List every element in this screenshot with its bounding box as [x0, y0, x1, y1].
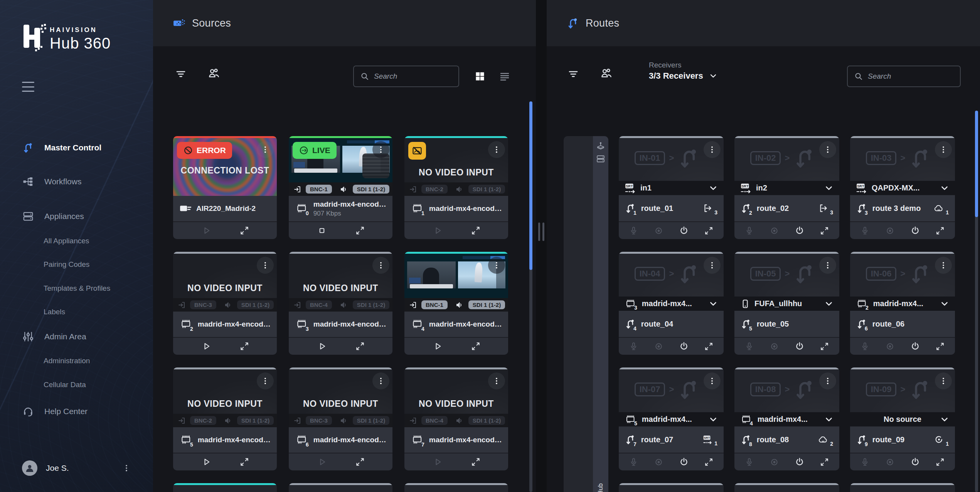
kebab-menu-icon[interactable] [372, 141, 389, 158]
play-button[interactable] [432, 225, 443, 236]
sources-scrollbar[interactable] [529, 101, 532, 492]
kebab-menu-icon[interactable] [257, 257, 274, 274]
play-button[interactable] [317, 457, 327, 467]
power-button[interactable] [910, 457, 920, 467]
expand-button[interactable] [820, 342, 829, 351]
mic-button[interactable] [860, 457, 870, 467]
server-icon[interactable] [593, 152, 608, 165]
power-button[interactable] [795, 457, 805, 467]
power-button[interactable] [910, 341, 920, 351]
source-card[interactable]: BNC-1 SDI 1 (1-2)4madrid-mx4-encode... [404, 252, 508, 355]
source-card[interactable]: NO VIDEO INPUT BNC-2 SDI 1 (1-2)1madrid-… [404, 136, 508, 239]
joystick-icon[interactable] [593, 139, 608, 152]
sources-search-input[interactable] [374, 72, 452, 81]
mic-button[interactable] [860, 342, 870, 351]
kebab-menu-icon[interactable] [704, 372, 721, 389]
power-button[interactable] [679, 341, 689, 351]
mic-button[interactable] [744, 342, 754, 351]
expand-button[interactable] [704, 226, 714, 236]
route-source-row[interactable]: 3madrid-mx4... [619, 297, 724, 311]
expand-button[interactable] [239, 341, 249, 351]
power-button[interactable] [795, 226, 805, 236]
route-card[interactable]: IN-06 > 2madrid-mx4... 6 route_06 [850, 252, 955, 355]
user-kebab-icon[interactable] [119, 460, 134, 476]
route-source-row[interactable]: SRTQAPDX-MX... [850, 181, 955, 195]
sidebar-item-workflows[interactable]: Workflows [0, 173, 153, 190]
expand-button[interactable] [935, 226, 945, 236]
expand-button[interactable] [239, 457, 249, 467]
mic-button[interactable] [629, 226, 638, 236]
expand-button[interactable] [355, 226, 365, 236]
source-card[interactable]: ERRORCONNECTION LOSTAIR220_Madrid-2 [173, 136, 277, 239]
kebab-menu-icon[interactable] [819, 141, 836, 158]
source-card[interactable]: NO VIDEO INPUT BNC-3 SDI 1 (1-2)2madrid-… [173, 252, 277, 355]
mic-button[interactable] [629, 457, 638, 467]
grid-view-icon[interactable] [472, 69, 488, 84]
kebab-menu-icon[interactable] [935, 372, 952, 389]
expand-button[interactable] [355, 457, 365, 467]
panel-resize-handle[interactable] [538, 222, 544, 241]
kebab-menu-icon[interactable] [257, 372, 274, 389]
kebab-menu-icon[interactable] [819, 257, 836, 274]
kebab-menu-icon[interactable] [372, 257, 389, 274]
kebab-menu-icon[interactable] [704, 141, 721, 158]
power-button[interactable] [795, 341, 805, 351]
sidebar-item-templates-profiles[interactable]: Templates & Profiles [0, 280, 153, 297]
sidebar-item-appliances[interactable]: Appliances [0, 207, 153, 225]
record-button[interactable] [885, 457, 895, 467]
record-button[interactable] [769, 226, 780, 236]
expand-button[interactable] [935, 342, 945, 351]
route-card-partial[interactable] [850, 483, 955, 492]
route-source-row[interactable]: SRTin2 [734, 181, 839, 195]
record-button[interactable] [885, 341, 895, 352]
mic-button[interactable] [629, 342, 638, 351]
kebab-menu-icon[interactable] [935, 257, 952, 274]
route-card[interactable]: IN-04 > 3madrid-mx4... 4 route_04 [619, 252, 724, 355]
route-card[interactable]: IN-05 > FUFA_ullhhu 5 route_05 [734, 252, 839, 355]
play-button[interactable] [201, 341, 212, 352]
expand-button[interactable] [704, 342, 714, 351]
route-source-row[interactable]: 4madrid-mx4... [734, 412, 839, 426]
source-card[interactable]: NO VIDEO INPUT BNC-2 SDI 1 (1-2)5madrid-… [173, 367, 277, 470]
group-by-icon[interactable] [206, 66, 222, 81]
play-button[interactable] [201, 225, 212, 236]
kebab-menu-icon[interactable] [372, 372, 389, 389]
play-button[interactable] [432, 341, 443, 352]
sidebar-item-all-appliances[interactable]: All Appliances [0, 232, 153, 250]
power-button[interactable] [679, 457, 689, 467]
routes-scrollbar-thumb[interactable] [975, 111, 978, 217]
record-button[interactable] [769, 457, 780, 467]
expand-button[interactable] [820, 226, 829, 236]
source-card-partial[interactable] [173, 483, 277, 492]
route-card[interactable]: IN-07 > 5madrid-mx4... 7 route_07 SRT 1 [619, 367, 724, 470]
sidebar-item-master-control[interactable]: Master Control [0, 139, 153, 157]
kebab-menu-icon[interactable] [257, 141, 274, 158]
hamburger-menu-icon[interactable] [22, 82, 34, 92]
source-card[interactable]: NO VIDEO INPUT BNC-4 SDI 1 (1-2)7madrid-… [404, 367, 508, 470]
play-button[interactable] [432, 457, 443, 467]
route-card[interactable]: IN-09 > No source 9 route_09 1 [850, 367, 955, 470]
power-button[interactable] [910, 226, 920, 236]
route-source-row[interactable]: No source [850, 412, 955, 426]
sidebar-item-admin-area[interactable]: Admin Area [0, 328, 153, 345]
route-source-row[interactable]: 2madrid-mx4... [850, 297, 955, 311]
source-card[interactable]: NO VIDEO INPUT BNC-4 SDI 1 (1-2)3madrid-… [289, 252, 392, 355]
source-card-partial[interactable] [289, 483, 392, 492]
source-card[interactable]: LIVE BNC-1 SDI 1 (1-2)0madrid-mx4-encode… [289, 136, 392, 239]
expand-button[interactable] [239, 226, 249, 236]
sidebar-item-labels[interactable]: Labels [0, 303, 153, 321]
route-source-row[interactable]: FUFA_ullhhu [734, 297, 839, 311]
route-source-row[interactable]: 5madrid-mx4... [619, 412, 724, 426]
mic-button[interactable] [744, 457, 754, 467]
record-button[interactable] [653, 457, 664, 467]
record-button[interactable] [769, 341, 780, 352]
expand-button[interactable] [471, 457, 481, 467]
expand-button[interactable] [820, 457, 829, 467]
kebab-menu-icon[interactable] [819, 372, 836, 389]
route-card[interactable]: IN-02 > SRTin2 2 route_02 3 [734, 136, 839, 239]
sources-scrollbar-thumb[interactable] [529, 101, 532, 270]
expand-button[interactable] [471, 341, 481, 351]
route-card[interactable]: IN-01 > SRTin1 1 route_01 3 [619, 136, 724, 239]
route-card[interactable]: IN-03 > SRTQAPDX-MX... 3 route 3 demo 1 [850, 136, 955, 239]
expand-button[interactable] [935, 457, 945, 467]
